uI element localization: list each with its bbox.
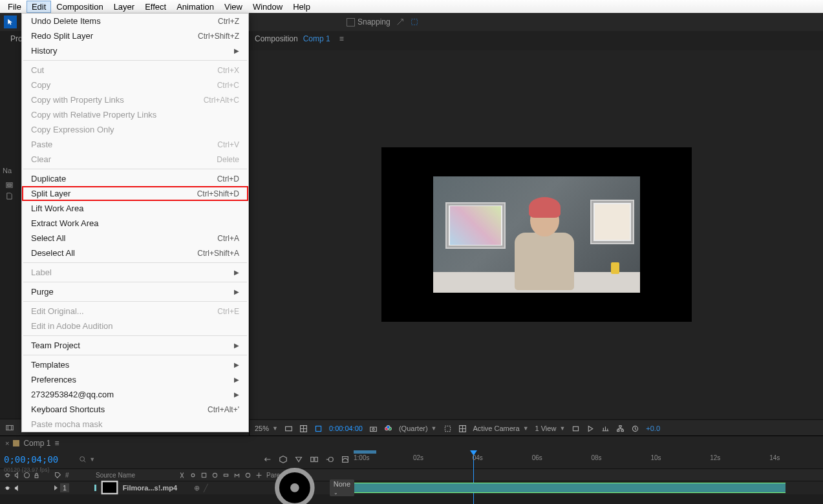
composition-name-link[interactable]: Comp 1 — [303, 34, 330, 43]
menu-item-preferences[interactable]: Preferences▶ — [22, 372, 248, 387]
menu-separator — [23, 335, 247, 336]
submenu-arrow-icon: ▶ — [234, 342, 239, 349]
snapping-checkbox[interactable] — [347, 18, 355, 26]
edit-menu-dropdown: Undo Delete ItemsCtrl+ZRedo Split LayerC… — [21, 13, 249, 432]
menu-window[interactable]: Window — [248, 1, 288, 13]
menu-item-select-all[interactable]: Select AllCtrl+A — [22, 231, 248, 246]
fast-preview-icon[interactable] — [586, 425, 595, 433]
timeline-search[interactable]: ▼ — [79, 456, 95, 463]
composition-viewer[interactable] — [250, 50, 823, 419]
index-header: # — [65, 472, 69, 479]
svg-rect-8 — [315, 426, 321, 431]
grid-icon[interactable] — [299, 425, 308, 433]
menu-item-edit-in-adobe-audition: Edit in Adobe Audition — [22, 319, 248, 333]
menu-help[interactable]: Help — [288, 1, 315, 13]
layer-switch[interactable]: ⊕ — [194, 484, 200, 492]
menu-item-split-layer[interactable]: Split LayerCtrl+Shift+D — [22, 186, 248, 201]
work-area-bar[interactable] — [354, 450, 376, 454]
svg-rect-34 — [102, 482, 117, 494]
timeline-ruler[interactable]: 1:00s02s04s06s08s10s12s14s16s — [354, 450, 823, 468]
mask-toggle-icon[interactable] — [314, 425, 323, 433]
menu-file[interactable]: File — [3, 1, 27, 13]
panel-menu-icon[interactable]: ≡ — [339, 34, 344, 43]
shy-icon[interactable] — [294, 455, 303, 464]
timeline-layer-row[interactable]: 1 Filmora...s!.mp4 ⊕ ╱ None ⌄ — [0, 481, 823, 494]
svg-point-10 — [372, 428, 374, 430]
switches-icon — [189, 472, 197, 479]
snapshot-icon[interactable] — [369, 425, 378, 433]
snapping-label: Snapping — [358, 17, 390, 26]
layer-switch[interactable]: ╱ — [204, 484, 208, 492]
zoom-dropdown[interactable]: 25%▼ — [255, 425, 278, 432]
timeline-current-time[interactable]: 0;00;04;00 — [4, 455, 58, 464]
snap-expand-icon[interactable] — [396, 17, 405, 26]
menu-item-2732953842-qq-com[interactable]: 2732953842@qq.com▶ — [22, 387, 248, 402]
comp-mini-flowchart-icon[interactable] — [263, 455, 272, 464]
menu-item-copy-expression-only: Copy Expression Only — [22, 122, 248, 137]
panel-menu-icon[interactable]: ≡ — [54, 439, 59, 448]
menu-item-purge[interactable]: Purge▶ — [22, 284, 248, 299]
menu-layer[interactable]: Layer — [109, 1, 140, 13]
channel-icon[interactable] — [384, 425, 392, 433]
ruler-tick: 10s — [650, 454, 661, 461]
graph-editor-icon[interactable] — [341, 455, 350, 464]
selection-tool-button[interactable] — [4, 16, 17, 28]
project-item[interactable] — [5, 180, 14, 191]
flowchart-icon[interactable] — [616, 425, 625, 433]
switches-icon — [222, 472, 230, 479]
menu-item-undo-delete-items[interactable]: Undo Delete ItemsCtrl+Z — [22, 14, 248, 28]
layer-name[interactable]: Filmora...s!.mp4 — [123, 484, 177, 492]
current-time-display[interactable]: 0:00:04:00 — [329, 425, 363, 432]
svg-rect-31 — [224, 474, 228, 476]
menu-bar: FileEditCompositionLayerEffectAnimationV… — [0, 0, 823, 14]
menu-item-templates[interactable]: Templates▶ — [22, 357, 248, 372]
menu-view[interactable]: View — [219, 1, 248, 13]
switches-icon — [244, 472, 251, 479]
menu-item-history[interactable]: History▶ — [22, 43, 248, 58]
draft3d-icon[interactable] — [279, 455, 288, 464]
menu-composition[interactable]: Composition — [51, 1, 108, 13]
menu-effect[interactable]: Effect — [140, 1, 171, 13]
resolution-dropdown[interactable]: (Quarter)▼ — [399, 425, 437, 432]
layer-track[interactable] — [354, 481, 823, 494]
timeline-tab[interactable]: Comp 1 — [23, 439, 50, 448]
camera-dropdown[interactable]: Active Camera▼ — [473, 425, 529, 432]
pickwhip-icon[interactable] — [264, 457, 326, 504]
menu-item-team-project[interactable]: Team Project▶ — [22, 338, 248, 353]
menu-item-keyboard-shortcuts[interactable]: Keyboard ShortcutsCtrl+Alt+' — [22, 402, 248, 417]
exposure-value[interactable]: +0.0 — [646, 425, 660, 432]
transparency-grid-icon[interactable] — [458, 425, 467, 433]
menu-animation[interactable]: Animation — [171, 1, 219, 13]
menu-item-duplicate[interactable]: DuplicateCtrl+D — [22, 171, 248, 186]
audio-toggle-icon[interactable] — [14, 485, 21, 492]
video-preview — [381, 147, 692, 322]
close-tab-icon[interactable]: × — [5, 439, 9, 447]
resolution-icon[interactable] — [284, 425, 293, 433]
menu-item-copy-with-property-links: Copy with Property LinksCtrl+Alt+C — [22, 92, 248, 107]
menu-item-redo-split-layer[interactable]: Redo Split LayerCtrl+Shift+Z — [22, 28, 248, 43]
visibility-toggle-icon[interactable] — [4, 485, 11, 492]
pixel-aspect-icon[interactable] — [572, 425, 580, 433]
ruler-tick: 06s — [532, 454, 542, 461]
views-dropdown[interactable]: 1 View▼ — [535, 425, 566, 432]
menu-item-lift-work-area[interactable]: Lift Work Area — [22, 201, 248, 216]
interpret-footage-icon[interactable] — [5, 423, 14, 432]
label-header-icon[interactable] — [54, 472, 61, 479]
frame-blend-icon[interactable] — [310, 455, 319, 464]
svg-rect-22 — [315, 457, 317, 462]
layer-color-swatch[interactable] — [94, 485, 96, 491]
project-item[interactable] — [5, 191, 14, 202]
menu-item-deselect-all[interactable]: Deselect AllCtrl+Shift+A — [22, 246, 248, 260]
motion-blur-icon[interactable] — [325, 455, 334, 464]
snap-bounds-icon[interactable] — [410, 17, 419, 26]
svg-point-32 — [246, 473, 250, 477]
parent-dropdown[interactable]: None ⌄ — [330, 479, 354, 496]
timeline-icon[interactable] — [601, 425, 610, 433]
svg-point-36 — [290, 483, 299, 492]
layer-clip[interactable] — [354, 483, 786, 493]
menu-item-extract-work-area[interactable]: Extract Work Area — [22, 216, 248, 231]
roi-icon[interactable] — [444, 425, 452, 433]
exposure-reset-icon[interactable] — [631, 425, 639, 433]
expand-layer-icon[interactable] — [54, 485, 58, 490]
menu-edit[interactable]: Edit — [27, 1, 51, 13]
